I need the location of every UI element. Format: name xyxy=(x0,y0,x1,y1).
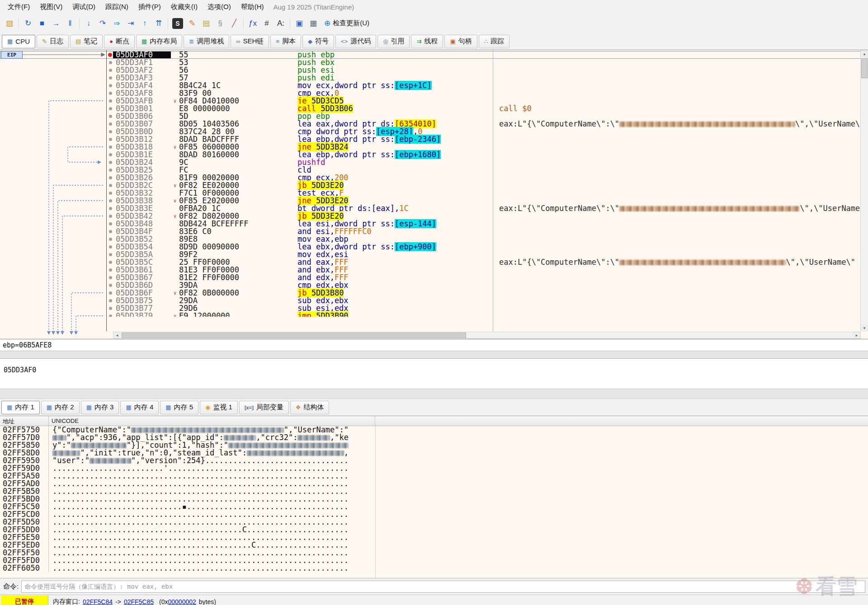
breakpoint-dot[interactable] xyxy=(109,192,112,195)
run-icon[interactable]: → xyxy=(49,17,63,30)
breakpoint-dot[interactable] xyxy=(109,161,112,164)
tab-locals[interactable]: [x=]局部变量 xyxy=(239,401,289,414)
breakpoint-dot[interactable] xyxy=(109,122,112,126)
menu-item-debug[interactable]: 调试(D) xyxy=(67,1,100,13)
tab-cpu[interactable]: ▦CPU xyxy=(2,35,35,48)
breakpoint-dot[interactable] xyxy=(109,169,112,172)
menu-item-options[interactable]: 选项(O) xyxy=(203,1,236,13)
breakpoint-dot[interactable] xyxy=(109,199,112,202)
menu-item-trace[interactable]: 跟踪(N) xyxy=(100,1,133,13)
paperclip-icon[interactable]: § xyxy=(213,17,227,30)
comment-icon[interactable]: ▤ xyxy=(199,17,213,30)
open-file-icon[interactable]: ▨ xyxy=(3,17,16,30)
memory-from-address-link[interactable]: 02FF5C84 xyxy=(83,598,113,605)
tab-memory-3[interactable]: ▦内存 3 xyxy=(81,401,119,414)
stop-icon[interactable]: ■ xyxy=(35,17,49,30)
breakpoint-dot[interactable] xyxy=(109,69,112,72)
check-updates-button[interactable]: ⊕ 检查更新(U) xyxy=(321,17,373,29)
menu-item-view[interactable]: 视图(V) xyxy=(35,1,67,13)
disasm-vscrollbar[interactable]: ▴ ▾ xyxy=(860,50,868,332)
pane-divider[interactable] xyxy=(0,351,868,358)
breakpoint-dot[interactable] xyxy=(109,207,112,210)
animate-icon[interactable]: ⇒ xyxy=(110,17,123,30)
brush-icon[interactable]: ╱ xyxy=(227,17,241,30)
breakpoint-dot[interactable] xyxy=(109,84,112,87)
breakpoint-dot[interactable] xyxy=(109,222,112,225)
tab-notes[interactable]: ▤笔记 xyxy=(70,35,103,48)
breakpoint-dot[interactable] xyxy=(109,99,112,103)
scroll-left-icon[interactable]: ◂ xyxy=(113,332,121,338)
tab-memory-1[interactable]: ▦内存 1 xyxy=(1,401,40,414)
pause-icon[interactable]: ‖ xyxy=(63,17,77,30)
menu-item-help[interactable]: 帮助(H) xyxy=(236,1,269,13)
tab-log[interactable]: ✎日志 xyxy=(37,35,69,48)
breakpoint-dot[interactable] xyxy=(109,61,112,64)
breakpoint-dot[interactable] xyxy=(109,230,112,233)
comment-column-divider[interactable] xyxy=(493,50,493,331)
scroll-up-icon[interactable]: ▴ xyxy=(861,50,868,57)
menu-item-favourites[interactable]: 收藏夹(I) xyxy=(166,1,203,13)
breakpoint-dot[interactable] xyxy=(109,307,112,310)
breakpoint-dot[interactable] xyxy=(109,284,112,287)
step-over-icon[interactable]: ↷ xyxy=(96,17,109,30)
tab-memory-5[interactable]: ▦内存 5 xyxy=(160,401,198,414)
dump-row[interactable]: 02FF5950"user":"","version":254}........… xyxy=(0,457,868,464)
script-icon[interactable]: S xyxy=(172,18,183,29)
hash-icon[interactable]: # xyxy=(260,17,274,30)
disasm-row[interactable]: 05DD3B79∨E9 12000000jmp 5DD3B90 xyxy=(0,312,861,317)
breakpoint-dot[interactable] xyxy=(109,299,112,302)
breakpoint-dot[interactable] xyxy=(109,291,112,295)
tab-script[interactable]: ≡脚本 xyxy=(270,35,301,48)
memory-dump-pane[interactable]: 地址 UNICODE 02FF5750{"ComputerName":"","U… xyxy=(0,416,868,578)
tab-trace[interactable]: ∴跟踪 xyxy=(479,35,509,48)
command-input[interactable] xyxy=(21,581,865,593)
step-out-icon[interactable]: ↑ xyxy=(138,17,151,30)
dump-row[interactable]: 02FF58D0","init":true,"n":0,"steam_id_la… xyxy=(0,449,868,457)
tab-memory-map[interactable]: ▦内存布局 xyxy=(136,35,182,48)
tab-references[interactable]: ◎引用 xyxy=(377,35,410,48)
eip-breakpoint-dot[interactable] xyxy=(108,53,112,57)
memory-size-link[interactable]: 00000002 xyxy=(168,598,196,605)
breakpoint-dot[interactable] xyxy=(109,138,112,141)
pane-divider-2[interactable] xyxy=(0,389,868,399)
fx-icon[interactable]: ƒx xyxy=(246,17,259,30)
tab-source[interactable]: <>源代码 xyxy=(335,35,376,48)
breakpoint-dot[interactable] xyxy=(109,184,112,187)
tab-symbols[interactable]: ◆符号 xyxy=(302,35,334,48)
step-into-icon[interactable]: ↓ xyxy=(82,17,95,30)
breakpoint-dot[interactable] xyxy=(109,145,112,149)
menu-item-file[interactable]: 文件(F) xyxy=(3,1,35,13)
disasm-hscrollbar[interactable]: ◂ ▸ xyxy=(113,332,861,339)
run-to-user-code-icon[interactable]: ⇈ xyxy=(152,17,165,30)
breakpoint-dot[interactable] xyxy=(109,268,112,272)
breakpoint-dot[interactable] xyxy=(109,176,112,179)
tab-threads[interactable]: ⇉线程 xyxy=(411,35,443,48)
tab-memory-2[interactable]: ▦内存 2 xyxy=(41,401,80,414)
run-to-cursor-icon[interactable]: ⇥ xyxy=(124,17,137,30)
tab-call-stack[interactable]: ≣调用堆栈 xyxy=(184,35,229,48)
breakpoint-dot[interactable] xyxy=(109,253,112,256)
vscroll-thumb[interactable] xyxy=(861,58,868,78)
breakpoint-dot[interactable] xyxy=(109,261,112,264)
calculator-icon[interactable]: ▦ xyxy=(307,17,320,30)
breakpoint-dot[interactable] xyxy=(109,276,112,279)
tab-watch-1[interactable]: ◉监视 1 xyxy=(200,401,238,414)
breakpoint-dot[interactable] xyxy=(109,130,112,133)
tab-struct[interactable]: ❖结构体 xyxy=(290,401,330,414)
patch-icon[interactable]: ✎ xyxy=(185,17,199,30)
breakpoint-dot[interactable] xyxy=(109,314,112,317)
memory-to-address-link[interactable]: 02FF5C85 xyxy=(124,598,154,605)
tab-seh[interactable]: ∞SEH链 xyxy=(231,35,269,48)
window-icon[interactable]: ▣ xyxy=(292,17,306,30)
menu-item-plugins[interactable]: 插件(P) xyxy=(133,1,166,13)
restart-icon[interactable]: ↻ xyxy=(21,17,35,30)
hscroll-thumb[interactable] xyxy=(122,333,466,338)
breakpoint-dot[interactable] xyxy=(109,107,112,110)
breakpoint-dot[interactable] xyxy=(109,153,112,156)
scroll-down-icon[interactable]: ▾ xyxy=(861,324,868,332)
scroll-right-icon[interactable]: ▸ xyxy=(853,332,860,338)
tab-breakpoints[interactable]: ●断点 xyxy=(104,35,135,48)
breakpoint-dot[interactable] xyxy=(109,238,112,241)
dump-row[interactable]: 02FF6050................................… xyxy=(0,564,868,572)
dump-address-header[interactable]: 地址 xyxy=(0,416,49,426)
